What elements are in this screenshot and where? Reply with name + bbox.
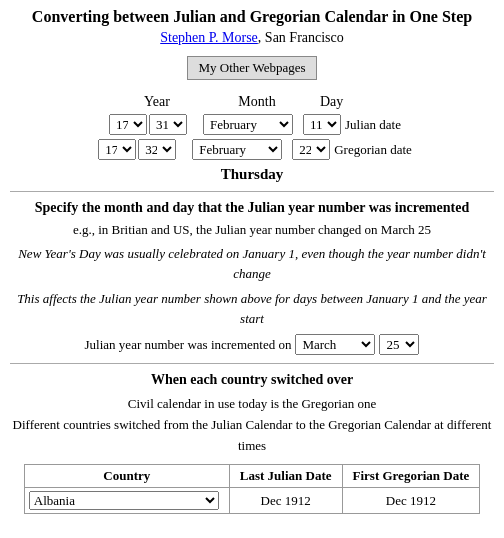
country-table: Country Last Julian Date First Gregorian… <box>24 464 480 514</box>
subtitle: Stephen P. Morse, San Francisco <box>10 30 494 46</box>
last-julian-value: Dec 1912 <box>229 488 342 514</box>
gregorian-date-label: Gregorian date <box>334 142 412 158</box>
julian-year2-select[interactable]: 2930313233 <box>149 114 187 135</box>
day-of-week: Thursday <box>10 166 494 183</box>
day-label: Day <box>312 94 392 110</box>
gregorian-day-select[interactable]: 2021222324 <box>292 139 330 160</box>
year-label: Year <box>112 94 202 110</box>
increment-label: Julian year number was incremented on <box>85 337 292 353</box>
julian-day-select[interactable]: 910111213 <box>303 114 341 135</box>
gregorian-month-select[interactable]: JanuaryFebruaryMarchApril MayJuneJulyAug… <box>192 139 282 160</box>
julian-month-select[interactable]: JanuaryFebruaryMarchApril MayJuneJulyAug… <box>203 114 293 135</box>
author-link[interactable]: Stephen P. Morse <box>160 30 258 45</box>
section1-title: Specify the month and day that the Julia… <box>10 200 494 216</box>
gregorian-century-select[interactable]: 151617181920 <box>98 139 136 160</box>
table-row: Albania Austria Belgium Bulgaria China D… <box>24 488 479 514</box>
julian-date-label: Julian date <box>345 117 401 133</box>
julian-century-select[interactable]: 151617181920 <box>109 114 147 135</box>
section1-note3: This affects the Julian year number show… <box>10 289 494 328</box>
section2-note2: Different countries switched from the Ju… <box>13 417 492 453</box>
divider-1 <box>10 191 494 192</box>
section2-note1: Civil calendar in use today is the Grego… <box>128 396 376 411</box>
page-title: Converting between Julian and Gregorian … <box>10 8 494 26</box>
section2-title: When each country switched over <box>10 372 494 388</box>
section1-note2: New Year's Day was usually celebrated on… <box>10 244 494 283</box>
increment-day-select[interactable]: 2324252627 <box>379 334 419 355</box>
month-label: Month <box>202 94 312 110</box>
col-last-julian: Last Julian Date <box>229 465 342 488</box>
country-select[interactable]: Albania Austria Belgium Bulgaria China D… <box>29 491 219 510</box>
gregorian-year2-select[interactable]: 3031323334 <box>138 139 176 160</box>
divider-2 <box>10 363 494 364</box>
section1-note1: e.g., in Britian and US, the Julian year… <box>10 222 494 238</box>
col-first-gregorian: First Gregorian Date <box>342 465 480 488</box>
col-country: Country <box>24 465 229 488</box>
other-pages-button[interactable]: My Other Webpages <box>187 56 316 80</box>
first-gregorian-value: Dec 1912 <box>342 488 480 514</box>
increment-month-select[interactable]: JanuaryFebruaryMarchApril MayJuneJulyAug… <box>295 334 375 355</box>
